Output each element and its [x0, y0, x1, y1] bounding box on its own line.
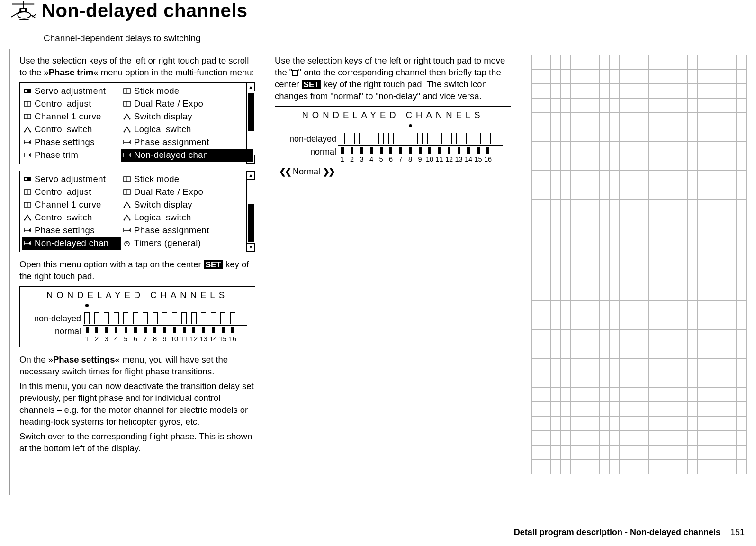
menu-item: Control adjust [22, 186, 121, 199]
nondelayed-screen-1: NONDELAYED CHANNELS non-delayed normal 1… [19, 286, 255, 348]
menu-item: Stick mode [121, 173, 253, 186]
svg-point-61 [124, 207, 125, 208]
menu-item: Non-delayed chan [22, 237, 121, 250]
menu-scrollbar: ▲ ▼ [246, 171, 255, 252]
scroll-down-icon: ▼ [247, 243, 255, 252]
svg-point-16 [30, 131, 31, 133]
menu-item: Servo adjustment [22, 173, 121, 186]
text: On the » [19, 355, 53, 364]
menu-item: Phase settings [22, 224, 121, 237]
svg-point-29 [124, 118, 125, 120]
menu-item: Switch display [121, 110, 253, 123]
row-label-nondelayed: non-delayed [279, 133, 336, 146]
channel-slot: 7 [141, 312, 149, 344]
screen-phase-footer: ❮❮ Normal ❯❯ [279, 166, 507, 177]
channel-slot: 15 [474, 133, 482, 164]
scroll-thumb [248, 93, 254, 131]
chevron-left-icon: ❮❮ [279, 167, 290, 176]
deactivate-delay-text: In this menu, you can now deactivate the… [19, 381, 255, 428]
channel-slot: 14 [465, 133, 473, 164]
page-header: Non-delayed channels [9, 0, 747, 24]
phase-name-label: Normal [293, 167, 320, 176]
svg-point-32 [129, 131, 131, 133]
text: Open this menu option with a tap on the … [19, 259, 204, 269]
page-title: Non-delayed channels [42, 0, 248, 21]
svg-point-64 [129, 219, 131, 221]
channel-slot: 12 [445, 133, 453, 164]
channel-slot: 4 [368, 133, 376, 164]
menu-item: Servo adjustment [22, 85, 121, 98]
menu-screenshot-2: Servo adjustmentControl adjustChannel 1 … [19, 171, 255, 252]
menu-item: Dual Rate / Expo [121, 186, 253, 199]
svg-point-63 [124, 219, 125, 221]
switch-phase-text: Switch over to the corresponding flight … [19, 431, 255, 455]
channel-slot: 3 [102, 312, 110, 344]
menu-item: Control switch [22, 123, 121, 136]
menu-item: Dual Rate / Expo [121, 98, 253, 110]
svg-point-47 [24, 219, 26, 221]
footer-section-title: Detail program description - Non-delayed… [514, 528, 720, 537]
phase-trim-ref: Phase trim [49, 67, 94, 77]
nondelayed-screen-2: NONDELAYED CHANNELS non-delayed normal 1… [275, 106, 511, 181]
menu-item: Phase assignment [121, 224, 253, 237]
svg-point-48 [30, 219, 31, 221]
svg-rect-3 [21, 9, 25, 11]
move-cursor-text: Use the selection keys of the left or ri… [275, 55, 511, 102]
menu-item: Channel 1 curve [22, 199, 121, 211]
channel-slot: 12 [190, 312, 198, 344]
scroll-up-icon: ▲ [247, 83, 255, 91]
page-footer: Detail program description - Non-delayed… [514, 528, 745, 537]
svg-rect-42 [25, 178, 27, 180]
channel-slot: 5 [122, 312, 130, 344]
channel-slot: 1 [83, 312, 91, 344]
set-key-badge: SET [302, 80, 321, 89]
column-middle: Use the selection keys of the left or ri… [265, 49, 521, 495]
svg-point-30 [129, 118, 131, 120]
column-right-notes [521, 49, 747, 495]
menu-screenshot-1: Servo adjustmentControl adjustChannel 1 … [19, 82, 255, 164]
content-columns: Use the selection keys of the left or ri… [9, 49, 747, 495]
svg-rect-10 [25, 90, 27, 92]
scroll-up-icon: ▲ [247, 171, 255, 180]
menu-item: Stick mode [121, 85, 253, 98]
intro-paragraph: Use the selection keys of the left or ri… [19, 55, 255, 79]
channel-slot: 8 [406, 133, 414, 164]
channel-slot: 4 [112, 312, 120, 344]
channel-slot: 7 [396, 133, 405, 164]
channel-slot: 10 [426, 133, 434, 164]
page-subtitle: Channel-dependent delays to switching [44, 33, 747, 44]
chevron-right-icon: ❯❯ [323, 167, 334, 176]
phase-settings-ref: Phase settings [53, 355, 115, 364]
menu-item: Switch display [121, 199, 253, 211]
channel-slot: 10 [171, 312, 179, 344]
cursor-marker-icon [409, 124, 412, 127]
menu-item: Phase settings [22, 136, 121, 149]
row-label-normal: normal [24, 325, 81, 338]
channel-slot: 5 [377, 133, 385, 164]
channel-slot: 2 [348, 133, 356, 164]
menu-item: Logical switch [121, 211, 253, 224]
channel-slot: 9 [416, 133, 424, 164]
menu-item: Non-delayed chan [121, 149, 253, 162]
channel-slot: 1 [338, 133, 346, 164]
channel-slot: 16 [484, 133, 492, 164]
svg-line-4 [11, 11, 20, 17]
phase-settings-note: On the »Phase settings« menu, you will h… [19, 354, 255, 378]
channel-slot: 6 [132, 312, 140, 344]
channel-slot: 3 [358, 133, 366, 164]
channel-slot: 11 [180, 312, 188, 344]
channel-slot: 9 [161, 312, 169, 344]
menu-item: Phase assignment [121, 136, 253, 149]
svg-point-62 [129, 207, 131, 208]
channel-slot: 16 [229, 312, 237, 344]
channel-slot: 13 [455, 133, 463, 164]
screen-title: NONDELAYED CHANNELS [24, 290, 251, 301]
page-number: 151 [730, 528, 745, 537]
set-key-badge: SET [204, 260, 223, 269]
menu-item: Timers (general) [121, 237, 253, 250]
menu-item: Control adjust [22, 98, 121, 110]
menu-item: Phase trim [22, 149, 121, 162]
row-label-nondelayed: non-delayed [24, 312, 81, 325]
helicopter-icon [9, 0, 37, 24]
svg-line-7 [32, 14, 36, 17]
